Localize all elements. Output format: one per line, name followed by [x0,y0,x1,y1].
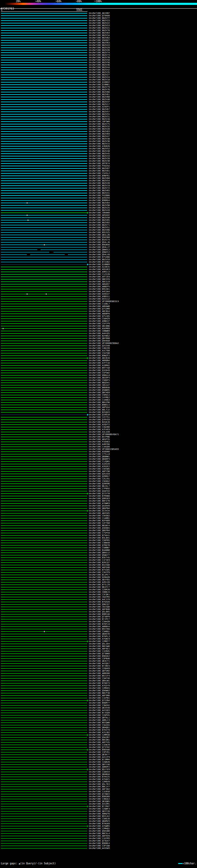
hit-label[interactable]: UniRef100_B8ZV54 [89,180,109,182]
hit-row[interactable]: UniRef100_P42066 [0,194,197,197]
hit-label[interactable]: UniRef100_B9DSK2 [89,655,109,657]
hit-bar[interactable] [1,432,87,432]
hit-row[interactable]: UniRef100_Q7RQ70 [0,544,197,547]
hit-row[interactable]: UniRef100_B0CJY7 [0,785,197,788]
hit-label[interactable]: UniRef100_B9DXA6 [89,748,109,751]
hit-label[interactable]: UniRef100_B75466 [89,256,109,258]
hit-label[interactable]: UniRef100_Q2S3X0 [89,345,109,347]
hit-bar[interactable] [1,370,87,371]
hit-label[interactable]: UniRef100_A0RLC3 [89,719,109,721]
hit-bar-segment[interactable] [1,220,87,220]
hit-bar[interactable] [1,791,87,792]
hit-label[interactable]: UniRef100_Q736P9 [89,616,109,618]
hit-bar[interactable] [1,828,87,829]
hit-row[interactable]: UniRef100_C5K982 [0,515,197,517]
hit-row[interactable]: UniRef100_C2MM38 [0,734,197,736]
hit-row[interactable]: UniRef100_A0RQT6 [0,813,197,815]
hit-label[interactable]: UniRef100_B8ZV47 [89,135,109,137]
hit-bar[interactable] [1,550,87,551]
hit-bar-segment[interactable] [1,609,87,610]
hit-bar[interactable] [1,575,87,575]
hit-bar-segment[interactable] [1,148,87,149]
hit-label[interactable]: UniRef100_A8FHV9 [89,835,109,837]
hit-row[interactable]: UniRef100_C5M4C2 [0,394,197,396]
hit-bar-segment[interactable] [1,508,87,509]
hit-bar-segment[interactable] [1,70,87,70]
hit-label[interactable]: UniRef100_C2MAV9 [89,780,109,783]
hit-bar-segment[interactable] [1,178,87,179]
hit-bar[interactable] [1,355,87,356]
hit-row[interactable]: UniRef100_C4YME2 [0,396,197,399]
hit-bar-segment[interactable] [1,717,87,718]
hit-bar-segment[interactable] [1,422,87,423]
hit-label[interactable]: UniRef100_C8NWB9 [89,330,109,332]
hit-row[interactable]: UniRef100_B8ZV31 [0,116,197,118]
hit-bar[interactable] [1,377,87,378]
hit-row[interactable]: UniRef100_Q5KZR7 [0,736,197,739]
hit-label[interactable]: UniRef100_B7GH28 [89,601,109,603]
hit-bar[interactable] [1,345,87,346]
hit-bar-segment[interactable] [1,703,87,703]
hit-bar-segment[interactable] [1,138,87,139]
hit-label[interactable]: UniRef100_B8ZV66 [89,91,109,93]
hit-bar[interactable] [1,190,87,191]
hit-label[interactable]: UniRef100_A1HS49 [89,463,109,465]
hit-bar[interactable] [1,358,87,359]
hit-row[interactable]: UniRef100_B9J7E9 [0,768,197,771]
hit-label[interactable]: UniRef100_B8ZV38 [89,137,109,140]
hit-bar[interactable] [1,732,87,733]
hit-row[interactable]: UniRef100_A5ERR9 [0,327,197,330]
hit-row[interactable]: UniRef100_A0CG19 [0,280,197,283]
hit-bar[interactable] [1,533,87,533]
hit-row[interactable]: UniRef100_Q5KQX7 [0,39,197,41]
hit-bar-segment[interactable] [1,353,87,353]
hit-bar[interactable] [1,368,87,368]
hit-label[interactable]: UniRef100_B8ZV50 [89,216,109,219]
hit-label[interactable]: UniRef100_A9SVK3 [89,268,109,271]
hit-bar-segment[interactable] [1,299,87,299]
hit-label[interactable]: UniRef100_B8ZV55 [89,113,109,116]
hit-row[interactable]: UniRef100_C5P5W2 [0,372,197,374]
hit-row[interactable]: UniRef100_A2QVT2 [0,423,197,426]
hit-row[interactable]: UniRef100_Q6HEV8 [0,633,197,635]
hit-label[interactable]: UniRef100_B7R9B8 [89,495,109,497]
hit-label[interactable]: UniRef100_Q8Y5M2 [89,670,109,672]
hit-row[interactable]: UniRef100_B9DBE4 [0,842,197,845]
hit-row[interactable]: UniRef100_B8ZV57 [0,111,197,113]
hit-row[interactable]: UniRef100_B8ZV44 [0,66,197,69]
hit-label[interactable]: UniRef100_A9BSS1 [89,295,109,298]
hit-bar-segment[interactable] [1,417,87,417]
hit-row[interactable]: UniRef100_C0HAN9 [0,212,197,214]
hit-row[interactable]: UniRef100_C3AKX4 [0,771,197,773]
hit-bar-segment[interactable] [1,836,87,836]
hit-row[interactable]: UniRef100_Q0E5F6 [0,278,197,280]
hit-row[interactable]: UniRef100_C8BBJ4 [0,591,197,593]
hit-row[interactable]: UniRef100_A2RJ28 [0,581,197,584]
hit-row[interactable]: UniRef100_B8ZV20 [0,182,197,184]
hit-bar[interactable] [1,747,87,748]
hit-bar-segment[interactable] [1,661,87,661]
hit-bar-segment[interactable] [1,281,87,282]
hit-bar[interactable] [1,676,87,676]
hit-label[interactable]: UniRef100_B8ZV90 [89,204,109,207]
hit-bar[interactable] [1,380,87,380]
hit-row[interactable]: UniRef100_A2XEP1 [0,105,197,108]
hit-row[interactable]: UniRef100_B9Y7G0 [0,367,197,369]
hit-bar[interactable] [1,294,87,294]
hit-row[interactable]: UniRef100_C3NSE2 [0,798,197,800]
hit-bar-segment[interactable] [1,826,87,827]
hit-bar[interactable] [1,141,87,142]
hit-row[interactable]: UniRef100_B0CSL4 [0,832,197,835]
hit-row[interactable]: UniRef100_Q56360 [0,236,197,239]
hit-bar-segment[interactable] [1,727,87,728]
hit-row[interactable]: UniRef100_Q8YAL1 [0,716,197,719]
hit-label[interactable]: UniRef100_Q72ZN4 [89,699,109,702]
hit-label[interactable]: UniRef100_Q5L085 [89,611,109,613]
hit-row[interactable]: UniRef100_Q94LJ7 [0,246,197,248]
hit-row[interactable]: UniRef100_Q39294 [0,197,197,199]
hit-row[interactable]: UniRef100_A1DMH2 [0,364,197,367]
hit-row[interactable]: UniRef100_A9NE47 [0,320,197,322]
hit-bar[interactable] [1,446,87,447]
hit-bar[interactable] [1,461,87,462]
hit-bar-segment[interactable] [1,560,87,560]
